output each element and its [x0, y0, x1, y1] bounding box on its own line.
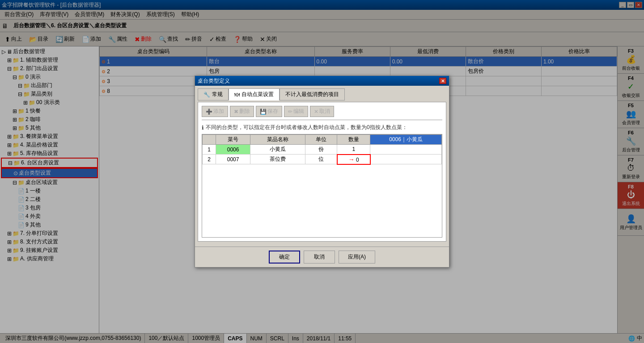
tab-no-min[interactable]: 不计入最低消费的项目: [280, 88, 345, 100]
modal-btn-cancel[interactable]: ✕ 取消: [310, 106, 334, 117]
modal-footer: 确定 取消 应用(A): [195, 247, 449, 267]
modal-info-text: ℹ 不同的台类型，可以指定在开台时或者修改人数时自动点菜，数量为0指按人数点菜：: [202, 124, 442, 131]
modal-btn-add[interactable]: ➕ 添加: [202, 106, 228, 117]
modal-title-bar: 桌台类型定义 ✕: [195, 76, 449, 86]
modal-btn-delete[interactable]: ✖ 删除: [230, 106, 254, 117]
modal-ok-button[interactable]: 确定: [269, 251, 300, 264]
modal-overlay: 桌台类型定义 ✕ 🔧 常规 🍽 自动点菜设置 不计入最低消费的项目: [0, 0, 644, 343]
modal-toolbar: ➕ 添加 ✖ 删除 💾 保存 ✏ 编辑: [202, 106, 442, 120]
modal-btn-save[interactable]: 💾 保存: [256, 106, 282, 117]
modal-table-row-2[interactable]: 2 0007 茶位费 位 → 0: [203, 155, 442, 164]
modal-table-wrapper: 菜号 菜品名称 单位 数量 0006｜小黄瓜: [202, 134, 442, 238]
modal-apply-button[interactable]: 应用(A): [339, 251, 375, 264]
col-dish-code: 菜号: [216, 135, 250, 145]
col-dish-name: 菜品名称: [250, 135, 305, 145]
modal-btn-edit[interactable]: ✏ 编辑: [284, 106, 308, 117]
modal-table-row-1[interactable]: 1 0006 小黄瓜 份 1: [203, 145, 442, 155]
col-unit: 单位: [305, 135, 337, 145]
modal-dialog: 桌台类型定义 ✕ 🔧 常规 🍽 自动点菜设置 不计入最低消费的项目: [195, 75, 449, 268]
modal-table-scroll[interactable]: 菜号 菜品名称 单位 数量 0006｜小黄瓜: [202, 134, 442, 237]
modal-body: 🔧 常规 🍽 自动点菜设置 不计入最低消费的项目 ➕ 添加: [195, 86, 449, 247]
modal-title: 桌台类型定义: [198, 77, 230, 85]
col-qty: 数量: [337, 135, 370, 145]
modal-tabs: 🔧 常规 🍽 自动点菜设置 不计入最低消费的项目: [198, 88, 446, 100]
modal-cancel-button[interactable]: 取消: [304, 251, 335, 264]
tab-content-auto-order: ➕ 添加 ✖ 删除 💾 保存 ✏ 编辑: [198, 102, 446, 242]
modal-table: 菜号 菜品名称 单位 数量 0006｜小黄瓜: [202, 134, 442, 165]
modal-close-button[interactable]: ✕: [439, 78, 446, 84]
tab-general[interactable]: 🔧 常规: [198, 88, 229, 100]
tab-auto-order[interactable]: 🍽 自动点菜设置: [229, 88, 280, 100]
